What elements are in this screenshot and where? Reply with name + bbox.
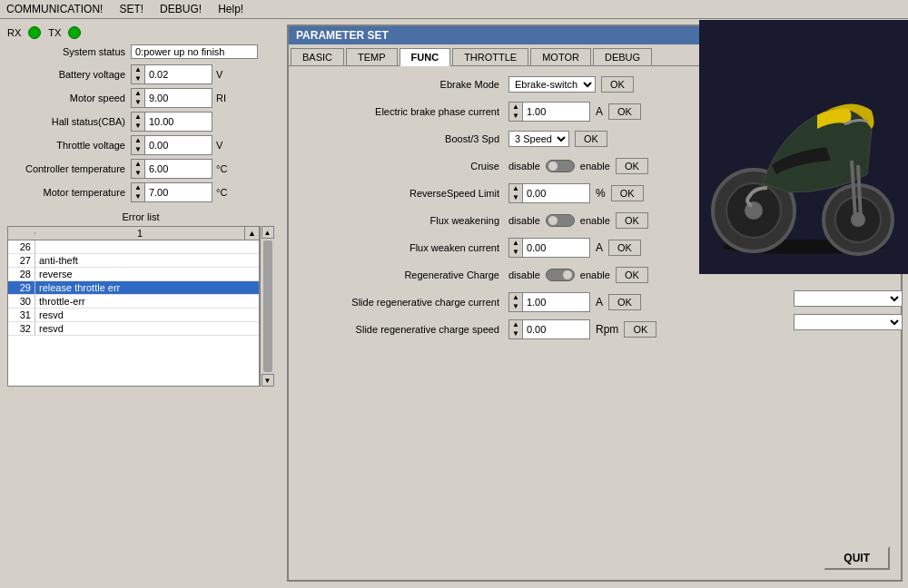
slide-regen-current-spin: ▲ ▼ 1.00 [508, 292, 590, 312]
cruise-ok[interactable]: OK [616, 158, 648, 174]
tx-led [68, 26, 81, 39]
error-row-name: release throttle err [35, 281, 259, 294]
scroll-up-arrow[interactable]: ▲ [262, 226, 274, 239]
regen-charge-toggle[interactable] [546, 269, 575, 281]
flux-current-up[interactable]: ▲ [509, 239, 522, 248]
controller-temp-down[interactable]: ▼ [132, 169, 144, 178]
tab-temp[interactable]: TEMP [346, 48, 398, 65]
slide-regen-current-ok[interactable]: OK [608, 294, 641, 310]
slide-regen-current-down[interactable]: ▼ [509, 302, 522, 311]
slide-regen-speed-label: Slide regenerative charge speed [300, 324, 499, 335]
cruise-toggle[interactable] [546, 160, 575, 172]
flux-weak-toggle[interactable] [546, 214, 575, 227]
menubar: COMMUNICATION! SET! DEBUG! Help! [0, 0, 908, 19]
boost-ok[interactable]: OK [575, 131, 607, 147]
ebrake-current-down[interactable]: ▼ [509, 112, 522, 121]
tab-basic[interactable]: BASIC [291, 48, 344, 65]
menu-help[interactable]: Help! [215, 2, 246, 16]
error-row-name: resvd [35, 309, 259, 321]
battery-voltage-spin: ▲ ▼ 0.02 [131, 64, 212, 84]
hall-status-down[interactable]: ▼ [132, 122, 144, 131]
motor-speed-down[interactable]: ▼ [132, 98, 144, 107]
tx-label: TX [48, 27, 61, 38]
ebrake-current-up[interactable]: ▲ [509, 103, 522, 112]
error-header-num [8, 232, 35, 234]
error-list-wrapper: 1 ▲ 26 27 anti-theft [7, 226, 274, 387]
throttle-voltage-row: Throttle voltage ▲ ▼ 0.00 V [7, 135, 274, 155]
tab-motor[interactable]: MOTOR [530, 48, 591, 65]
boost-label: Boost/3 Spd [300, 133, 499, 144]
cruise-disable-label: disable [508, 161, 540, 172]
list-item[interactable]: 31 resvd [8, 309, 259, 322]
ebrake-mode-label: Ebrake Mode [300, 79, 499, 90]
slide-regen-speed-up[interactable]: ▲ [509, 320, 522, 329]
motor-speed-unit: RI [216, 93, 226, 103]
battery-voltage-unit: V [216, 69, 222, 80]
menu-communication[interactable]: COMMUNICATION! [4, 2, 105, 16]
ebrake-mode-ok[interactable]: OK [601, 76, 634, 93]
controller-temp-up[interactable]: ▲ [132, 160, 144, 169]
error-row-name: reverse [35, 268, 259, 280]
slide-regen-speed-value: 0.00 [523, 323, 589, 336]
right-dropdown-1[interactable] [794, 290, 903, 307]
reverse-speed-up[interactable]: ▲ [509, 184, 522, 193]
list-item[interactable]: 26 [8, 240, 259, 254]
error-scroll-up-btn[interactable]: ▲ [244, 227, 259, 240]
list-item[interactable]: 32 resvd [8, 322, 259, 336]
system-status-value[interactable] [131, 44, 258, 59]
slide-regen-speed-ok[interactable]: OK [624, 321, 656, 338]
throttle-voltage-unit: V [216, 140, 222, 151]
motor-temp-up[interactable]: ▲ [132, 183, 144, 192]
slide-regen-speed-down[interactable]: ▼ [509, 329, 522, 338]
motor-temp-unit: °C [216, 187, 227, 198]
boost-select[interactable]: 3 Speed Boost None [508, 131, 569, 147]
motor-speed-spin: ▲ ▼ 9.00 [131, 88, 212, 108]
flux-current-down[interactable]: ▼ [509, 248, 522, 257]
cruise-enable-label: enable [580, 161, 610, 172]
error-row-num: 26 [8, 240, 35, 253]
battery-voltage-down[interactable]: ▼ [132, 74, 144, 83]
list-item[interactable]: 28 reverse [8, 268, 259, 281]
slide-regen-current-up[interactable]: ▲ [509, 293, 522, 302]
tab-throttle[interactable]: THROTTLE [452, 48, 528, 65]
throttle-voltage-value: 0.00 [145, 139, 212, 152]
menu-debug[interactable]: DEBUG! [157, 2, 204, 16]
flux-current-ok[interactable]: OK [608, 240, 641, 256]
menu-set[interactable]: SET! [116, 2, 146, 16]
tab-func[interactable]: FUNC [400, 48, 451, 66]
error-row-num: 31 [8, 309, 35, 321]
error-list-scrollbar[interactable]: ▲ ▼ [260, 226, 274, 387]
error-list-header: 1 ▲ [8, 227, 259, 240]
throttle-voltage-up[interactable]: ▲ [132, 136, 144, 145]
battery-voltage-arrows[interactable]: ▲ ▼ [132, 65, 145, 83]
battery-voltage-up[interactable]: ▲ [132, 65, 144, 74]
scroll-down-arrow[interactable]: ▼ [262, 374, 274, 387]
error-row-num: 27 [8, 254, 35, 267]
reverse-speed-ok[interactable]: OK [611, 185, 644, 201]
ebrake-mode-select[interactable]: Ebrake-switch Level None [508, 76, 596, 93]
tab-debug[interactable]: DEBUG [593, 48, 652, 65]
throttle-voltage-spin: ▲ ▼ 0.00 [131, 135, 212, 155]
list-item[interactable]: 30 throttle-err [8, 295, 259, 309]
error-row-num: 30 [8, 295, 35, 308]
list-item[interactable]: 27 anti-theft [8, 254, 259, 268]
motor-temp-spin: ▲ ▼ 7.00 [131, 182, 212, 202]
right-dropdown-2[interactable] [794, 314, 903, 330]
scroll-thumb[interactable] [263, 240, 272, 372]
error-row-name: resvd [35, 322, 259, 335]
quit-button[interactable]: QUIT [824, 546, 890, 570]
hall-status-up[interactable]: ▲ [132, 113, 144, 122]
slide-regen-current-unit: A [596, 296, 603, 309]
list-item-selected[interactable]: 29 release throttle err [8, 281, 259, 295]
slide-regen-speed-spin: ▲ ▼ 0.00 [508, 319, 590, 339]
throttle-voltage-down[interactable]: ▼ [132, 145, 144, 154]
flux-weak-disable-label: disable [508, 215, 540, 226]
reverse-speed-down[interactable]: ▼ [509, 193, 522, 202]
motor-speed-up[interactable]: ▲ [132, 89, 144, 98]
ebrake-current-value: 1.00 [523, 105, 589, 118]
flux-weak-ok[interactable]: OK [616, 212, 648, 229]
regen-charge-ok[interactable]: OK [616, 267, 648, 283]
motor-temp-down[interactable]: ▼ [132, 192, 144, 201]
ebrake-current-ok[interactable]: OK [608, 103, 641, 120]
controller-temp-unit: °C [216, 163, 227, 174]
